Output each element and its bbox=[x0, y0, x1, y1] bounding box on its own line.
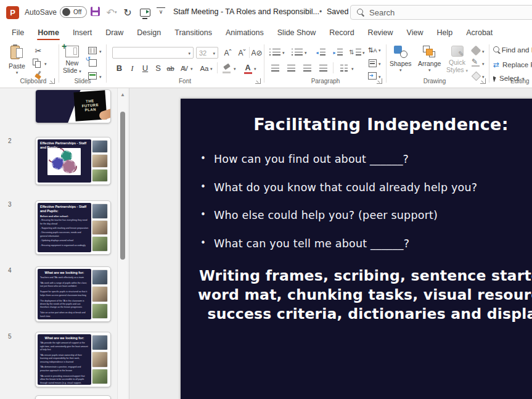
highlight-caret-icon[interactable]: ▾ bbox=[234, 67, 236, 71]
slide-title[interactable]: Facilitating Independence: bbox=[181, 115, 532, 134]
shape-fill-caret-icon[interactable]: ▾ bbox=[482, 49, 485, 54]
start-slideshow-button[interactable] bbox=[138, 6, 152, 19]
bullets-caret-icon[interactable]: ▾ bbox=[282, 51, 285, 55]
change-case-caret-icon[interactable]: ▾ bbox=[210, 67, 213, 71]
font-color-caret-icon[interactable]: ▾ bbox=[254, 67, 256, 71]
slide-thumbnail-3[interactable]: Effective Partnerships - Staff and Pupil… bbox=[35, 200, 111, 255]
align-right-button[interactable] bbox=[301, 62, 313, 74]
clear-formatting-button[interactable]: A⊘ bbox=[251, 47, 263, 59]
increase-font-size-button[interactable]: Aˆ bbox=[222, 47, 234, 59]
columns-caret-icon[interactable]: ▾ bbox=[351, 67, 354, 71]
smartart-icon bbox=[368, 72, 377, 80]
tab-view[interactable]: View bbox=[400, 25, 430, 41]
text-direction-caret-icon[interactable]: ▾ bbox=[379, 48, 381, 52]
tab-animations[interactable]: Animations bbox=[219, 25, 271, 41]
shape-effects-icon bbox=[471, 71, 481, 81]
copy-button[interactable] bbox=[31, 57, 43, 68]
increase-indent-button[interactable]: ▸ bbox=[332, 46, 344, 57]
tab-help[interactable]: Help bbox=[430, 25, 459, 41]
underline-button[interactable]: U bbox=[139, 62, 151, 74]
columns-button[interactable] bbox=[338, 62, 350, 74]
line-spacing-button[interactable]: ⇅ bbox=[349, 46, 361, 57]
scrollbar-thumb[interactable] bbox=[120, 112, 125, 260]
align-text-caret-icon[interactable]: ▾ bbox=[379, 62, 381, 66]
autosave-toggle[interactable]: Off bbox=[60, 6, 87, 18]
line-spacing-caret-icon[interactable]: ▾ bbox=[362, 51, 365, 55]
highlighter-icon bbox=[223, 64, 231, 72]
shape-outline-button[interactable] bbox=[470, 57, 482, 68]
align-text-button[interactable] bbox=[366, 57, 379, 68]
numbering-button[interactable] bbox=[291, 46, 303, 57]
font-dialog-launcher[interactable] bbox=[255, 78, 261, 84]
font-size-combobox[interactable]: 32 ▾ bbox=[196, 47, 218, 59]
shapes-button[interactable]: Shapes ▾ bbox=[390, 46, 412, 72]
document-title[interactable]: Staff Meeting - TA Roles and Responsibil… bbox=[173, 7, 319, 16]
decrease-indent-button[interactable]: ◂ bbox=[314, 46, 327, 57]
align-center-button[interactable] bbox=[285, 62, 297, 74]
tab-record[interactable]: Record bbox=[322, 25, 361, 41]
italic-button[interactable]: I bbox=[126, 62, 138, 74]
search-input[interactable] bbox=[369, 8, 493, 17]
text-highlight-button[interactable] bbox=[221, 62, 233, 73]
thumbnail-scrollbar[interactable]: ▲ bbox=[117, 88, 128, 399]
decrease-font-size-button[interactable]: Aˇ bbox=[236, 47, 248, 59]
slide-thumbnail-5[interactable]: What are we looking for: TAs provide the… bbox=[35, 332, 111, 387]
drawing-dialog-launcher[interactable] bbox=[480, 78, 486, 84]
font-name-combobox[interactable]: ▾ bbox=[112, 47, 194, 59]
paragraph-dialog-launcher[interactable] bbox=[377, 78, 382, 84]
tab-design[interactable]: Design bbox=[130, 25, 168, 41]
tab-insert[interactable]: Insert bbox=[66, 25, 99, 41]
tab-slide-show[interactable]: Slide Show bbox=[271, 25, 323, 41]
powerpoint-app-icon[interactable]: P bbox=[6, 6, 19, 19]
tab-acrobat[interactable]: Acrobat bbox=[459, 25, 499, 41]
tab-review[interactable]: Review bbox=[361, 25, 400, 41]
text-direction-button[interactable]: ⇅A bbox=[366, 44, 379, 56]
layout-caret-icon[interactable]: ▾ bbox=[99, 49, 102, 54]
clipboard-dialog-launcher[interactable] bbox=[49, 78, 55, 84]
numbering-caret-icon[interactable]: ▾ bbox=[305, 51, 307, 55]
cut-button[interactable]: ✂ bbox=[32, 45, 44, 56]
font-color-button[interactable]: A bbox=[242, 62, 254, 73]
character-spacing-button[interactable]: AV bbox=[178, 62, 190, 74]
tab-file[interactable]: File bbox=[5, 25, 31, 41]
slide-bullet-list[interactable]: How can you find out about ______?What d… bbox=[200, 153, 532, 265]
save-icon[interactable] bbox=[91, 7, 100, 16]
character-spacing-caret-icon[interactable]: ▾ bbox=[190, 67, 193, 71]
shape-fill-button[interactable] bbox=[470, 45, 482, 56]
slide-thumbnail-2[interactable]: Effective Partnerships - Staff and Pupil… bbox=[35, 137, 111, 185]
undo-button[interactable]: ↶ ▾ bbox=[105, 6, 118, 19]
photo-outdoor bbox=[92, 169, 108, 182]
slide-thumbnail-6-partial[interactable] bbox=[35, 395, 111, 399]
change-case-button[interactable]: Aa bbox=[198, 62, 210, 74]
slide-emphasis-text[interactable]: Writing frames, scribing, sentence start… bbox=[181, 266, 532, 324]
list-item: TAs work with a range of pupils within t… bbox=[40, 282, 89, 289]
justify-button[interactable] bbox=[317, 62, 329, 74]
slide-thumbnail-1[interactable]: THE FUTURE PLAN bbox=[35, 89, 111, 123]
reset-slide-button[interactable] bbox=[86, 57, 99, 68]
shape-outline-caret-icon[interactable]: ▾ bbox=[482, 62, 485, 66]
new-slide-button[interactable]: + New Slide ▾ bbox=[63, 46, 81, 74]
align-left-button[interactable] bbox=[269, 62, 281, 74]
copy-caret-icon[interactable]: ▾ bbox=[44, 62, 47, 66]
search-box[interactable] bbox=[350, 5, 532, 20]
customize-quick-access-toolbar-button[interactable]: ∨ bbox=[157, 7, 165, 16]
replace-button[interactable]: ⇄ Replace F bbox=[493, 60, 532, 69]
bold-button[interactable]: B bbox=[113, 62, 125, 74]
strikethrough-button[interactable]: ab bbox=[165, 62, 176, 74]
tab-home[interactable]: Home bbox=[31, 25, 66, 41]
paste-button[interactable]: Paste ▾ bbox=[9, 45, 25, 75]
scroll-up-arrow-icon[interactable]: ▲ bbox=[120, 92, 125, 97]
bullets-button[interactable] bbox=[269, 46, 281, 57]
paragraph-group-label: Paragraph bbox=[305, 78, 346, 84]
slide-canvas[interactable]: Facilitating Independence: How can you f… bbox=[181, 99, 532, 399]
slide-layout-button[interactable] bbox=[86, 45, 99, 56]
editing-group-label: Editing bbox=[510, 78, 532, 84]
text-shadow-button[interactable]: S bbox=[152, 62, 164, 74]
tab-transitions[interactable]: Transitions bbox=[168, 25, 219, 41]
tab-draw[interactable]: Draw bbox=[99, 25, 130, 41]
redo-button[interactable]: ↻ bbox=[121, 6, 134, 19]
quick-styles-button[interactable]: Quick Styles ▾ bbox=[446, 46, 468, 73]
find-button[interactable]: Find and R bbox=[493, 46, 532, 54]
slide-thumbnail-4[interactable]: What are we looking for: Teachers and TA… bbox=[35, 266, 111, 322]
arrange-button[interactable]: Arrange ▾ bbox=[418, 46, 441, 72]
